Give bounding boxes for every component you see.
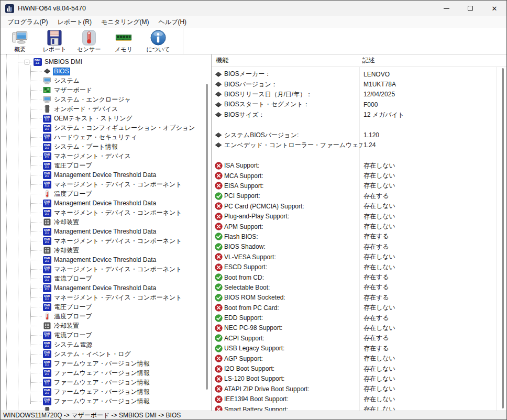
tree-connector	[30, 250, 41, 251]
details-row[interactable]: ACPI Support:存在する	[212, 333, 500, 343]
toolbar-button-4[interactable]: について	[141, 28, 175, 53]
tree-item[interactable]: 冷却装置	[1, 217, 203, 227]
present-check-icon	[214, 293, 223, 302]
details-row[interactable]: LS-120 Boot Support:存在しない	[212, 374, 500, 384]
menu-item-3[interactable]: ヘルプ(H)	[154, 17, 192, 27]
tree-item[interactable]: DMI2.1ファームウェア・バージョン情報	[1, 368, 203, 378]
close-button[interactable]: ✕	[482, 1, 506, 16]
details-row[interactable]: IEE1394 Boot Support:存在しない	[212, 394, 500, 404]
tree-item[interactable]: DMI2.1ファームウェア・バージョン情報	[1, 378, 203, 387]
details-row[interactable]: NEC PC-98 Support:存在しない	[212, 323, 500, 333]
details-scrollbar[interactable]	[502, 68, 504, 408]
tree-item[interactable]: DMI2.1Management Device Threshold Data	[1, 170, 203, 180]
details-row[interactable]: PC Card (PCMCIA) Support:存在しない	[212, 201, 500, 211]
details-row[interactable]: MCA Support:存在しない	[212, 171, 500, 181]
feature-label: USB Legacy Support:	[224, 345, 362, 352]
tree-item[interactable]: DMI2.1ハードウェア・セキュリティ	[1, 132, 203, 142]
tree-item[interactable]: DMI2.1システム電源	[1, 340, 203, 349]
details-row[interactable]: Boot from PC Card:存在しない	[212, 303, 500, 313]
toolbar-button-3[interactable]: メモリ	[106, 28, 141, 53]
details-row[interactable]: エンベデッド・コントローラー・ファームウェア・バージ...1.24	[212, 140, 500, 150]
toolbar-button-2[interactable]: センサー	[72, 28, 106, 53]
details-row[interactable]: BIOSバージョン：M1UKT78A	[212, 79, 500, 89]
toolbar-button-0[interactable]: 概要	[3, 28, 37, 53]
details-row[interactable]: BIOSサイズ：12 メガバイト	[212, 110, 500, 120]
details-row[interactable]: PCI Support:存在する	[212, 191, 500, 201]
tree-collapse-toggle[interactable]	[25, 60, 29, 64]
dmi-icon: DMI2.1	[42, 388, 51, 396]
tree-root-smbios-dmi[interactable]: DMI2.1SMBIOS DMI	[1, 57, 203, 67]
details-row[interactable]: APM Support:存在しない	[212, 222, 500, 231]
tree-item[interactable]: DMI2.1Management Device Threshold Data	[1, 283, 203, 293]
tree-item[interactable]: DMI2.1マネージメント・デバイス・コンポーネント	[1, 236, 203, 246]
tree-item[interactable]: DMI2.1マネージメント・デバイス	[1, 151, 203, 161]
tree-item[interactable]: DMI2.1電流プローブ	[1, 274, 203, 283]
details-row[interactable]: ESCD Support:存在しない	[212, 262, 500, 272]
maximize-button[interactable]	[458, 1, 482, 16]
tree-item-label: ファームウェア・バージョン情報	[53, 397, 151, 405]
tree-item[interactable]: 冷却装置	[1, 321, 203, 330]
details-row[interactable]: VL-VESA Support:存在しない	[212, 252, 500, 262]
tree-item[interactable]: BIOS	[1, 67, 203, 76]
tree-item[interactable]: DMI2.1Management Device Threshold Data	[1, 198, 203, 208]
tree-item-label: マネージメント・デバイス・コンポーネント	[53, 266, 183, 273]
tree-item[interactable]: DMI2.1電圧プローブ	[1, 161, 203, 170]
tree-item[interactable]: DMI2.1マネージメント・デバイス・コンポーネント	[1, 264, 203, 274]
dmi-icon: DMI2.1	[42, 142, 51, 151]
tree-item[interactable]: DMI2.1OEMテキスト・ストリング	[1, 114, 203, 123]
details-row[interactable]: ISA Support:存在しない	[212, 161, 500, 171]
tree-item[interactable]: 温度プローブ	[1, 312, 203, 321]
tree-item[interactable]: DMI2.1システム・コンフィギュレーション・オプション	[1, 123, 203, 132]
tree-item[interactable]	[1, 406, 203, 411]
tree-item[interactable]: システム・エンクロージャ	[1, 95, 203, 104]
tree-item[interactable]: 冷却装置	[1, 246, 203, 255]
title-bar: HWiNFO64 v8.04-5470 ✕	[1, 1, 506, 16]
details-row[interactable]: システムBIOSバージョン:1.120	[212, 130, 500, 140]
tree-item[interactable]: DMI2.1マネージメント・デバイス・コンポーネント	[1, 208, 203, 217]
details-row[interactable]: BIOSメーカー：LENOVO	[212, 69, 500, 79]
tree-item[interactable]: DMI2.1マネージメント・デバイス・コンポーネント	[1, 180, 203, 189]
tree-item[interactable]: DMI2.1ファームウェア・バージョン情報	[1, 359, 203, 368]
column-header-feature[interactable]: 機能	[216, 56, 362, 65]
menu-item-0[interactable]: プログラム(P)	[3, 17, 52, 27]
tree-item[interactable]: DMI2.1ファームウェア・バージョン情報	[1, 396, 203, 406]
tree-item[interactable]: オンボード・デバイス	[1, 104, 203, 114]
tree-item[interactable]: マザーボード	[1, 85, 203, 95]
details-row[interactable]: Smart Battery Support:存在しない	[212, 404, 500, 411]
details-row[interactable]: I2O Boot Support:存在しない	[212, 363, 500, 373]
tree-item[interactable]: DMI2.1システム・イベント・ログ	[1, 349, 203, 359]
tree-item[interactable]: DMI2.1Management Device Threshold Data	[1, 255, 203, 264]
details-row[interactable]: BIOSスタート・セグメント：F000	[212, 100, 500, 109]
tree-item[interactable]: DMI2.1マネージメント・デバイス・コンポーネント	[1, 293, 203, 302]
details-row[interactable]: USB Legacy Support:存在する	[212, 344, 500, 353]
tree-item[interactable]: DMI2.1Management Device Threshold Data	[1, 227, 203, 236]
details-row[interactable]: AGP Support:存在しない	[212, 353, 500, 363]
details-row[interactable]: BIOS ROM Socketed:存在する	[212, 293, 500, 303]
details-row[interactable]: Boot from CD:存在する	[212, 272, 500, 282]
details-row[interactable]: BIOSリリース日（月/日/年）：12/04/2025	[212, 90, 500, 100]
feature-label: APM Support:	[224, 223, 362, 230]
details-row[interactable]: Flash BIOS:存在する	[212, 231, 500, 241]
menu-item-1[interactable]: レポート(R)	[52, 17, 96, 27]
details-row[interactable]: EDD Support:存在する	[212, 313, 500, 323]
tree-item[interactable]: システム	[1, 76, 203, 85]
details-row[interactable]: Plug-and-Play Support:存在しない	[212, 211, 500, 221]
tree-item[interactable]: DMI2.1システム・ブート情報	[1, 142, 203, 151]
tree-item[interactable]: DMI2.1ファームウェア・バージョン情報	[1, 387, 203, 396]
tree-item[interactable]: DMI2.1電圧プローブ	[1, 302, 203, 312]
tree-item[interactable]: 温度プローブ	[1, 189, 203, 198]
computer-icon	[12, 29, 28, 46]
tree-item[interactable]: DMI2.1電流プローブ	[1, 330, 203, 340]
menu-item-2[interactable]: モニタリング(M)	[96, 17, 154, 27]
feature-label: EDD Support:	[224, 314, 362, 322]
details-row[interactable]: EISA Support:存在しない	[212, 181, 500, 191]
toolbar-button-1[interactable]: レポート	[37, 28, 72, 53]
dmi-icon: DMI2.1	[42, 350, 51, 358]
details-row[interactable]: Selectable Boot:存在する	[212, 282, 500, 292]
column-header-description[interactable]: 記述	[362, 56, 375, 65]
details-row[interactable]: BIOS Shadow:存在する	[212, 242, 500, 252]
tree-scrollbar[interactable]	[206, 84, 208, 390]
dmi-icon: DMI2.1	[42, 227, 51, 236]
minimize-button[interactable]	[434, 1, 458, 16]
details-row[interactable]: ATAPI ZIP Drive Boot Support:存在しない	[212, 384, 500, 394]
